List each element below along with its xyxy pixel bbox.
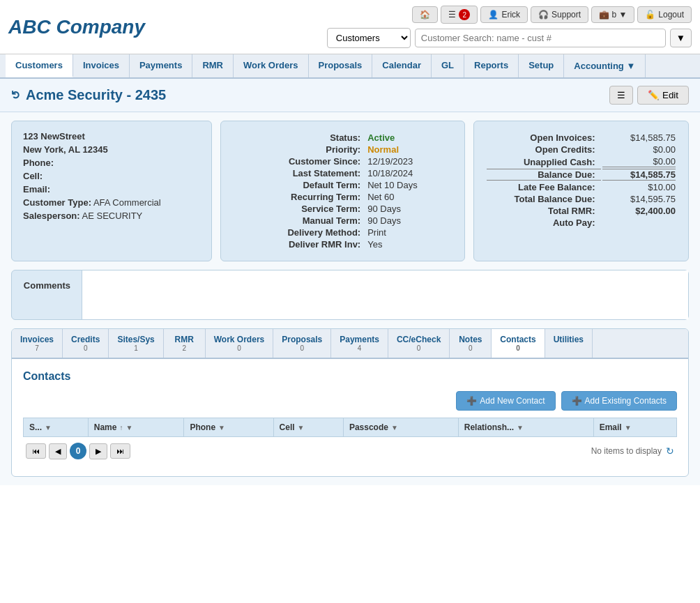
no-items-message: No items to display ↻ [591,445,674,457]
top-icons-row: 🏠 ☰ 2 👤 Erick 🎧 Support 💼 b ▼ 🔓 Logout [327,6,692,24]
col-header-name[interactable]: Name ↑ ▼ [88,418,184,437]
filter-icon-status[interactable]: ▼ [45,424,52,432]
filter-icon-relationship[interactable]: ▼ [517,424,524,432]
username-label: Erick [501,10,520,20]
filter-icon-passcode[interactable]: ▼ [391,424,398,432]
nav-proposals[interactable]: Proposals [309,54,373,77]
status-table: Status:Active Priority:Normal Customer S… [232,131,453,251]
nav-accounting[interactable]: Accounting ▼ [564,54,646,77]
top-right-section: 🏠 ☰ 2 👤 Erick 🎧 Support 💼 b ▼ 🔓 Logout C… [327,6,692,48]
address-card: 123 NewStreet New York, AL 12345 Phone: … [11,121,212,261]
refresh-button[interactable]: ↻ [666,445,674,457]
nav-work-orders[interactable]: Work Orders [234,54,309,77]
phone-line: Phone: [23,158,200,168]
comments-box[interactable] [82,270,688,319]
contacts-tab-content: Contacts ➕ Add New Contact ➕ Add Existin… [12,359,688,476]
edit-button[interactable]: ✏️ Edit [637,86,689,105]
comments-section: Comments [11,270,689,320]
comments-label: Comments [12,270,82,319]
nav-calendar[interactable]: Calendar [372,54,432,77]
street-line: 123 NewStreet [23,131,200,142]
nav-customers[interactable]: Customers [6,54,73,77]
col-header-phone[interactable]: Phone ▼ [184,418,273,437]
contacts-section-title: Contacts [23,370,677,383]
badge: 2 [459,9,470,20]
page-controls: ⏮ ◀ 0 ▶ ⏭ [26,443,130,459]
filter-icon-name[interactable]: ▼ [125,424,132,432]
current-page-indicator: 0 [70,443,86,459]
tab-contacts[interactable]: Contacts 0 [492,329,545,359]
user-button[interactable]: 👤 Erick [480,6,528,23]
pagination-row: ⏮ ◀ 0 ▶ ⏭ No items to display ↻ [23,437,677,465]
tab-proposals[interactable]: Proposals 0 [273,329,331,358]
filter-icon-cell[interactable]: ▼ [298,424,305,432]
col-header-relationship[interactable]: Relationsh... ▼ [458,418,593,437]
info-cards-row: 123 NewStreet New York, AL 12345 Phone: … [11,121,689,261]
home-button[interactable]: 🏠 [412,6,438,23]
col-header-status[interactable]: S... ▼ [24,418,89,437]
last-page-button[interactable]: ⏭ [110,443,130,459]
tab-work-orders[interactable]: Work Orders 0 [206,329,273,358]
customers-dropdown[interactable]: Customers [327,28,411,48]
city-line: New York, AL 12345 [23,144,200,155]
tab-credits[interactable]: Credits 0 [63,329,109,358]
refresh-icon[interactable]: ↺ [9,91,22,100]
sort-icon-name[interactable]: ↑ [119,424,123,432]
briefcase-button[interactable]: 💼 b ▼ [591,6,634,23]
nav-setup[interactable]: Setup [519,54,564,77]
nav-bar: Customers Invoices Payments RMR Work Ord… [0,54,700,79]
first-page-button[interactable]: ⏮ [26,443,46,459]
nav-gl[interactable]: GL [432,54,464,77]
financials-card: Open Invoices:$14,585.75 Open Credits:$0… [473,121,689,261]
nav-rmr[interactable]: RMR [192,54,234,77]
support-button[interactable]: 🎧 Support [531,6,588,23]
support-label: Support [551,10,581,20]
header-actions: ☰ ✏️ Edit [609,86,689,105]
next-page-button[interactable]: ▶ [89,443,107,459]
plus-icon: ➕ [466,396,477,406]
add-existing-contacts-button[interactable]: ➕ Add Existing Contacts [561,391,677,411]
list-button[interactable]: ☰ 2 [441,6,478,24]
search-row: Customers ▼ [327,28,692,48]
col-header-email[interactable]: Email ▼ [593,418,676,437]
tab-rmr[interactable]: RMR 2 [164,329,206,358]
financials-table: Open Invoices:$14,585.75 Open Credits:$0… [485,131,677,229]
filter-icon-email[interactable]: ▼ [625,424,632,432]
main-content: 123 NewStreet New York, AL 12345 Phone: … [0,112,700,485]
contacts-table: S... ▼ Name ↑ ▼ Phone ▼ Cell ▼ Passcode [23,418,677,437]
plus-icon-existing: ➕ [572,396,582,406]
tabs-section: Invoices 7 Credits 0 Sites/Sys 1 RMR 2 W… [11,328,689,477]
tab-notes[interactable]: Notes 0 [450,329,492,358]
status-card: Status:Active Priority:Normal Customer S… [220,121,465,261]
tab-cc-echeck[interactable]: CC/eCheck 0 [388,329,450,358]
col-header-cell[interactable]: Cell ▼ [273,418,343,437]
company-name: ABC Company [8,16,145,38]
tab-utilities[interactable]: Utilities [545,329,593,358]
contacts-toolbar: ➕ Add New Contact ➕ Add Existing Contact… [23,391,677,411]
tabs-header: Invoices 7 Credits 0 Sites/Sys 1 RMR 2 W… [12,329,688,359]
logout-label: Logout [658,10,684,20]
cell-line: Cell: [23,171,200,181]
customer-type-line: Customer Type: AFA Commercial [23,197,200,208]
top-bar: ABC Company 🏠 ☰ 2 👤 Erick 🎧 Support 💼 b … [0,0,700,54]
col-header-passcode[interactable]: Passcode ▼ [343,418,458,437]
email-line: Email: [23,184,200,194]
search-input[interactable] [415,29,666,47]
nav-reports[interactable]: Reports [464,54,519,77]
logout-button[interactable]: 🔓 Logout [637,6,692,23]
page-header: ↺ Acme Security - 2435 ☰ ✏️ Edit [0,79,700,112]
tab-payments[interactable]: Payments 4 [331,329,388,358]
prev-page-button[interactable]: ◀ [49,443,67,459]
add-new-contact-button[interactable]: ➕ Add New Contact [456,391,555,411]
search-dropdown-button[interactable]: ▼ [670,29,692,47]
filter-icon-phone[interactable]: ▼ [218,424,225,432]
salesperson-line: Salesperson: AE SECURITY [23,211,200,221]
nav-payments[interactable]: Payments [130,54,192,77]
tab-sites-sys[interactable]: Sites/Sys 1 [109,329,163,358]
page-title: ↺ Acme Security - 2435 [11,87,166,103]
grid-view-button[interactable]: ☰ [609,86,633,105]
nav-invoices[interactable]: Invoices [73,54,130,77]
tab-invoices[interactable]: Invoices 7 [12,329,63,358]
